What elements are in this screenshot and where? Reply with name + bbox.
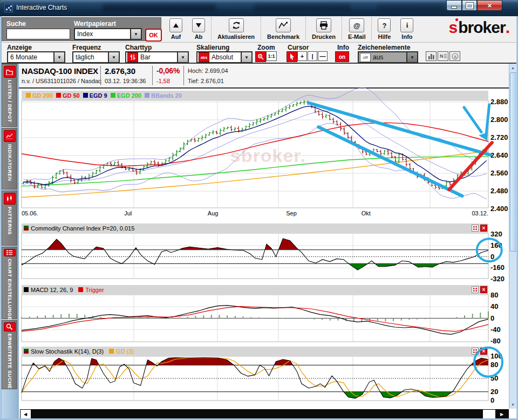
- toolbar-buttons: Auf Ab Aktualisieren: [165, 17, 418, 41]
- cursor-hline-button[interactable]: —: [318, 51, 328, 61]
- close-button[interactable]: ✕: [477, 0, 502, 11]
- zeichenelemente-select[interactable]: off aus ▼: [358, 51, 418, 63]
- horizontal-scrollbar-thumb[interactable]: [31, 410, 483, 418]
- cci-close-button[interactable]: ×: [480, 225, 487, 232]
- svg-text:S: S: [454, 54, 457, 59]
- anzeige-label: Anzeige: [7, 44, 32, 51]
- info-icon: i: [400, 18, 413, 32]
- stochastic-legend-icon: [24, 349, 29, 354]
- frequenz-select[interactable]: täglich ▼: [72, 51, 120, 63]
- separator: [152, 66, 153, 85]
- chevron-down-icon[interactable]: ▼: [108, 52, 119, 62]
- skalierung-select[interactable]: abs Absolut ▼: [196, 51, 253, 63]
- main-chart-legend: GD 200 GD 50 EGD 9 EGD 200 BBands 20: [22, 91, 488, 100]
- info-button[interactable]: i Info: [400, 18, 413, 40]
- print-button[interactable]: Drucken: [312, 18, 336, 40]
- news-icon: N: [440, 53, 447, 59]
- ok-button[interactable]: OK: [145, 29, 162, 42]
- chevron-down-icon[interactable]: ▼: [406, 52, 417, 62]
- scroll-right-icon[interactable]: ▶: [495, 410, 508, 418]
- refresh-icon: [229, 18, 244, 32]
- instrument-detail: n.v. / US6311011026 / Nasdaq: [22, 78, 101, 84]
- charttyp-select[interactable]: Bar ▼: [125, 51, 189, 63]
- bar-chart-type-icon: [127, 52, 138, 62]
- news-view-button[interactable]: N: [438, 51, 448, 61]
- at-sign-icon: @: [349, 18, 364, 32]
- frequenz-label: Frequenz: [72, 44, 101, 51]
- sidebar-tab-indikatoren[interactable]: INDIKATOREN: [2, 128, 17, 189]
- chevron-down-icon[interactable]: ▼: [241, 52, 251, 62]
- down-button[interactable]: Ab: [192, 18, 205, 40]
- toolbar-separator: [305, 17, 306, 40]
- security-type-value: Index: [75, 30, 130, 38]
- arrow-down-icon: [192, 18, 205, 32]
- scroll-left-icon[interactable]: ◀: [21, 410, 30, 418]
- toolbar-separator: [342, 17, 342, 40]
- horizontal-scrollbar[interactable]: ◀ ▶: [20, 409, 509, 419]
- info-toggle-button[interactable]: on: [335, 51, 349, 62]
- maximize-button[interactable]: [462, 0, 477, 11]
- cci-panel-header: Commodity Channel Index P=20, 0.015 ×: [22, 223, 488, 233]
- macd-legend-icon: [24, 287, 29, 292]
- toolbar-separator: [371, 17, 372, 40]
- security-type-label: Wertpapierart: [74, 20, 116, 28]
- magnifier-icon: [4, 322, 16, 331]
- benchmark-button[interactable]: Benchmark: [267, 18, 299, 40]
- macd-close-button[interactable]: ×: [480, 286, 487, 293]
- up-button[interactable]: Auf: [169, 18, 182, 40]
- zoom-in-button[interactable]: [255, 51, 266, 62]
- macd-settings-button[interactable]: [472, 286, 479, 293]
- histogram-view-button[interactable]: [426, 51, 437, 61]
- info-toggle-label: Info: [337, 44, 349, 51]
- security-type-select[interactable]: Index ▼: [74, 28, 142, 40]
- sidebar-tab-patterns[interactable]: PATTERNS: [2, 191, 17, 246]
- line-chart-icon: [276, 18, 291, 32]
- vertical-scrollbar[interactable]: ▲ ▼: [509, 64, 516, 409]
- gd3-legend-icon: [109, 349, 114, 354]
- cursor-vline-button[interactable]: |: [308, 51, 317, 61]
- day-low: Tief: 2.676,01: [188, 78, 224, 84]
- app-icon: [4, 4, 13, 12]
- window-title: Interactive Charts: [16, 4, 67, 11]
- minimize-button[interactable]: [446, 0, 462, 11]
- chevron-down-icon[interactable]: ▼: [130, 29, 141, 39]
- stochastic-panel-header: Slow Stochastik K(14), D(3) GD (3) ×: [22, 347, 488, 356]
- cci-settings-button[interactable]: [472, 225, 479, 232]
- stochastic-close-button[interactable]: ×: [480, 348, 487, 355]
- off-state-icon: off: [360, 53, 371, 62]
- sidebar-tab-erweiterte-suche[interactable]: ERWEITERTE SUCHE: [2, 320, 17, 389]
- sidebar-tab-listen-depot[interactable]: LISTEN / DEPOT: [2, 64, 17, 127]
- cursor-cross-button[interactable]: +: [297, 51, 307, 61]
- chart-area[interactable]: [19, 89, 509, 409]
- charttyp-value: Bar: [138, 53, 177, 61]
- quote-timestamp: 03.12. 19:36:36: [105, 78, 146, 84]
- splits-view-button[interactable]: S: [449, 51, 460, 61]
- legend-item: GD 50: [53, 92, 80, 99]
- scroll-down-icon[interactable]: ▼: [509, 401, 516, 409]
- trigger-legend-icon: [78, 287, 83, 292]
- trigger-label: Trigger: [85, 287, 104, 293]
- macd-panel-header: MACD 12, 26, 9 Trigger ×: [22, 285, 488, 294]
- cursor-arrow-button[interactable]: [287, 51, 297, 62]
- toolbar-primary: Suche Wertpapierart Index ▼ OK Auf Ab: [2, 16, 516, 43]
- cursor-arrow-icon: [289, 53, 295, 60]
- chevron-down-icon[interactable]: ▼: [177, 52, 188, 62]
- folder-icon: [4, 66, 16, 78]
- search-input[interactable]: [6, 29, 70, 39]
- arrow-up-icon: [169, 18, 182, 32]
- refresh-button[interactable]: Aktualisieren: [217, 18, 255, 40]
- sidebar-tab-chart-einstellungen[interactable]: CHART EINSTELLUNGEN: [2, 247, 17, 319]
- legend-item: BBands 20: [141, 92, 182, 99]
- legend-item: EGD 200: [107, 92, 141, 99]
- scroll-up-icon[interactable]: ▲: [509, 64, 516, 72]
- email-button[interactable]: @ E-Mail: [348, 18, 365, 40]
- chevron-down-icon[interactable]: ▼: [53, 52, 64, 62]
- zoom-ratio-button[interactable]: 1:1: [266, 51, 277, 61]
- anzeige-select[interactable]: 6 Monate ▼: [7, 51, 65, 63]
- help-button[interactable]: ? Hilfe: [378, 18, 391, 40]
- titlebar[interactable]: Interactive Charts ✕: [0, 0, 518, 16]
- stochastic-settings-button[interactable]: [472, 348, 479, 355]
- charttyp-label: Charttyp: [125, 44, 152, 51]
- cursor-label: Cursor: [288, 44, 309, 51]
- indicator-chart-icon: [4, 130, 16, 142]
